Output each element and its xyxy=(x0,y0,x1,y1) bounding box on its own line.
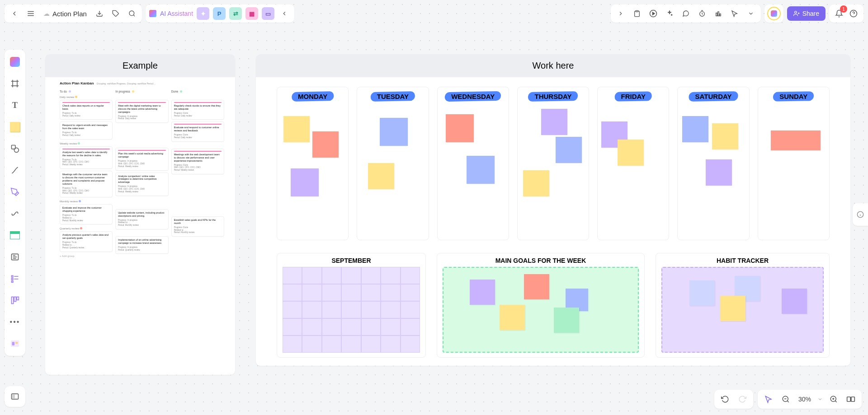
card[interactable]: Establish sales goals and KPIs for the m… xyxy=(174,219,222,225)
minimap-button[interactable] xyxy=(844,393,857,406)
card[interactable]: Analyze previous quarter's sales data an… xyxy=(62,233,110,240)
kanban-title: Action Plan Kanban xyxy=(60,81,94,85)
redo-button[interactable] xyxy=(736,393,749,406)
zoom-in-button[interactable] xyxy=(827,393,840,406)
calendar-grid xyxy=(283,267,420,353)
sticky-note[interactable] xyxy=(524,274,549,299)
group-quarterly: Quarterly review xyxy=(60,227,80,230)
sticky-note[interactable] xyxy=(771,131,821,150)
add-group[interactable]: + Add group xyxy=(60,255,113,257)
card[interactable]: Meetings with the web development team t… xyxy=(174,153,222,163)
card[interactable]: Analyze last week's sales data to identi… xyxy=(62,151,110,157)
svg-rect-52 xyxy=(847,397,851,401)
svg-line-46 xyxy=(787,401,788,402)
habit-box[interactable]: HABIT TRACKER xyxy=(656,253,830,358)
sticky-note[interactable] xyxy=(312,131,339,158)
sticky-note[interactable] xyxy=(523,170,549,196)
chevron-down-icon[interactable] xyxy=(817,396,823,402)
card[interactable]: Evaluate and respond to customer online … xyxy=(174,126,222,132)
card[interactable]: Update website content, including produc… xyxy=(118,211,165,218)
sticky-note[interactable] xyxy=(720,296,745,321)
sticky-note[interactable] xyxy=(470,280,495,305)
kanban-board: Action Plan Kanban Grouping: workflow Pr… xyxy=(60,81,224,366)
card[interactable]: Respond to urgent emails and messages fr… xyxy=(62,124,110,130)
calendar-box[interactable]: SEPTEMBER xyxy=(277,253,426,358)
sticky-note[interactable] xyxy=(618,140,644,166)
card[interactable]: Check sales data reports on a regular ba… xyxy=(62,104,110,111)
day-monday[interactable]: MONDAY xyxy=(277,87,349,240)
goals-title: MAIN GOALS FOR THE WEEK xyxy=(437,253,644,267)
sticky-note[interactable] xyxy=(446,114,474,142)
svg-rect-53 xyxy=(851,397,855,401)
col-done: Done xyxy=(171,90,179,93)
frame-example-title: Example xyxy=(45,54,235,77)
day-label: SUNDAY xyxy=(779,93,807,100)
sticky-note[interactable] xyxy=(368,163,394,189)
day-sunday[interactable]: SUNDAY xyxy=(758,87,830,240)
day-saturday[interactable]: SATURDAY xyxy=(677,87,749,240)
card[interactable]: Analyze competitors' online sales strate… xyxy=(118,175,165,184)
frame-work-title: Work here xyxy=(256,54,850,77)
card[interactable]: Regularly check stocks to ensure that th… xyxy=(174,104,222,111)
card[interactable]: Meetings with the customer service team … xyxy=(62,173,110,186)
sticky-note[interactable] xyxy=(556,137,582,163)
day-label: THURSDAY xyxy=(535,93,572,100)
undo-button[interactable] xyxy=(719,393,731,406)
card[interactable]: Meet with the digital marketing team to … xyxy=(118,104,165,114)
kanban-grouping: Grouping: workflow Progress. Grouping: w… xyxy=(97,82,156,85)
habit-title: HABIT TRACKER xyxy=(656,253,829,267)
svg-line-49 xyxy=(835,401,836,402)
group-weekly: Weekly review xyxy=(60,142,77,145)
sticky-note[interactable] xyxy=(500,305,525,330)
sticky-note[interactable] xyxy=(380,118,408,146)
day-label: MONDAY xyxy=(298,93,327,100)
day-label: SATURDAY xyxy=(695,93,732,100)
sticky-note[interactable] xyxy=(782,289,807,314)
goals-box[interactable]: MAIN GOALS FOR THE WEEK xyxy=(437,253,645,358)
sticky-note[interactable] xyxy=(291,168,319,196)
card[interactable]: Implementation of an online advertising … xyxy=(118,238,165,245)
day-wednesday[interactable]: WEDNESDAY xyxy=(437,87,509,240)
day-thursday[interactable]: THURSDAY xyxy=(517,87,589,240)
col-inprogress: In progress xyxy=(115,90,130,93)
card[interactable]: Plan this week's social media advertisin… xyxy=(118,152,165,159)
sticky-note[interactable] xyxy=(554,308,579,333)
group-daily: Daily review xyxy=(60,96,74,98)
week-row: MONDAY TUESDAY WEDNESDAY THURSDAY xyxy=(277,87,830,240)
calendar-title: SEPTEMBER xyxy=(277,253,425,267)
zoom-value[interactable]: 30% xyxy=(797,396,813,403)
sticky-note[interactable] xyxy=(541,109,567,135)
lower-row: SEPTEMBER MAIN GOALS FOR THE WEEK xyxy=(277,253,830,358)
day-label: WEDNESDAY xyxy=(451,93,495,100)
day-label: FRIDAY xyxy=(621,93,646,100)
sticky-note[interactable] xyxy=(283,116,310,142)
zoom-out-button[interactable] xyxy=(779,393,792,406)
day-label: TUESDAY xyxy=(377,93,409,100)
col-todo: To do xyxy=(60,90,67,93)
frame-work-here[interactable]: Work here MONDAY TUESDAY WEDNESDAY xyxy=(256,54,850,366)
sticky-note[interactable] xyxy=(689,280,715,306)
sticky-note[interactable] xyxy=(467,156,495,184)
card[interactable]: Evaluate and improve the customer shoppi… xyxy=(62,206,110,213)
day-friday[interactable]: FRIDAY xyxy=(597,87,669,240)
group-monthly: Monthly review xyxy=(60,200,78,203)
sticky-note[interactable] xyxy=(682,116,708,142)
sticky-note[interactable] xyxy=(712,123,738,149)
day-tuesday[interactable]: TUESDAY xyxy=(357,87,429,240)
sticky-note[interactable] xyxy=(706,159,732,186)
select-mode-button[interactable] xyxy=(762,393,775,406)
frame-example[interactable]: Example Action Plan Kanban Grouping: wor… xyxy=(45,54,235,375)
